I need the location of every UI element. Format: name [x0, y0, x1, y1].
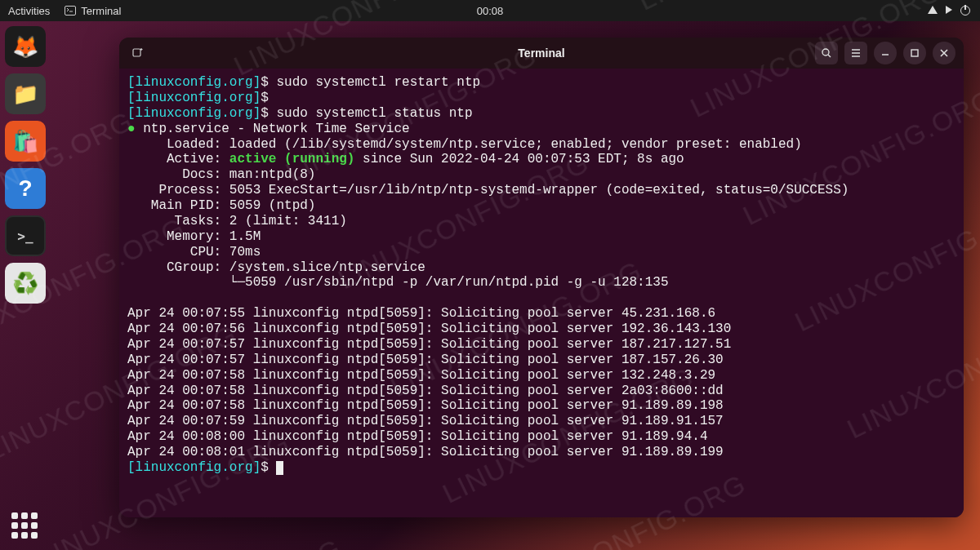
dock-item-trash[interactable]: ♻️ — [5, 263, 46, 304]
minimize-button[interactable] — [874, 42, 897, 64]
power-icon[interactable] — [960, 6, 970, 16]
network-icon[interactable] — [928, 6, 938, 14]
search-icon — [821, 47, 832, 59]
close-button[interactable] — [933, 42, 956, 64]
new-tab-icon — [131, 47, 145, 60]
svg-rect-0 — [65, 7, 76, 16]
volume-icon[interactable] — [946, 6, 952, 14]
dock: 🦊📁🛍️?>_♻️ — [5, 26, 49, 304]
close-icon — [938, 47, 950, 59]
minimize-icon — [880, 47, 891, 59]
terminal-icon — [65, 6, 76, 16]
dock-item-files[interactable]: 📁 — [5, 73, 46, 114]
window-titlebar[interactable]: Terminal — [119, 38, 964, 69]
search-button[interactable] — [815, 42, 838, 64]
svg-point-2 — [822, 49, 829, 55]
appmenu-terminal[interactable]: Terminal — [65, 5, 121, 17]
dock-item-terminal[interactable]: >_ — [5, 215, 46, 256]
svg-rect-3 — [911, 50, 918, 56]
maximize-button[interactable] — [903, 42, 926, 64]
dock-item-firefox[interactable]: 🦊 — [5, 26, 46, 67]
appmenu-label: Terminal — [81, 5, 121, 17]
window-title: Terminal — [518, 47, 564, 60]
maximize-icon — [909, 47, 920, 59]
svg-rect-1 — [133, 49, 140, 56]
new-tab-button[interactable] — [126, 41, 150, 65]
show-apps-button[interactable] — [11, 512, 38, 539]
activities-button[interactable]: Activities — [8, 5, 50, 17]
terminal-window: Terminal [linuxconfig.org]$ sudo systemc… — [119, 38, 964, 517]
hamburger-menu-button[interactable] — [844, 42, 867, 64]
top-bar: Activities Terminal 00:08 — [0, 0, 980, 21]
dock-item-software[interactable]: 🛍️ — [5, 121, 46, 162]
hamburger-icon — [850, 47, 862, 59]
terminal-output[interactable]: [linuxconfig.org]$ sudo systemctl restar… — [119, 69, 964, 517]
dock-item-help[interactable]: ? — [5, 168, 46, 209]
clock[interactable]: 00:08 — [477, 5, 504, 17]
